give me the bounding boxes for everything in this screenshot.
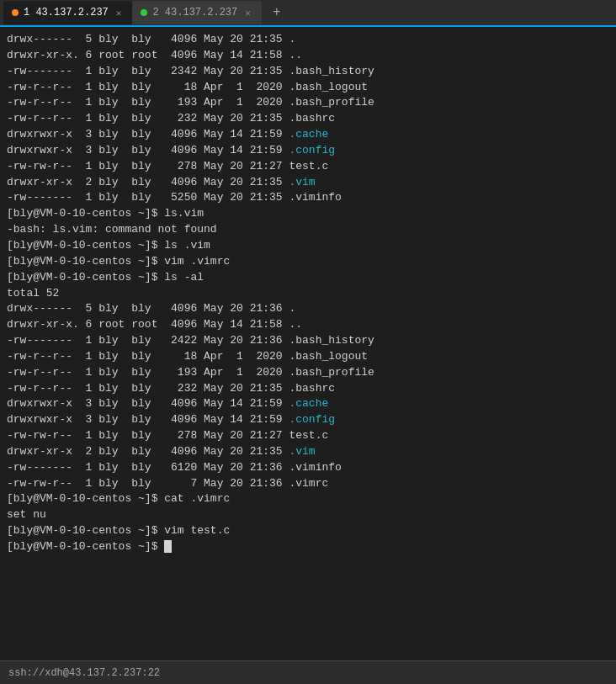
new-tab-button[interactable]: + xyxy=(265,3,289,23)
tab-close-2[interactable]: ✕ xyxy=(242,7,253,19)
tab-bar: 1 43.137.2.237 ✕ 2 43.137.2.237 ✕ + xyxy=(0,0,616,27)
terminal-line: -rw-rw-r-- 1 bly bly 7 May 20 21:36 .vim… xyxy=(7,476,609,492)
terminal-cursor xyxy=(164,540,172,553)
terminal-line: total 52 xyxy=(7,286,609,302)
terminal-line: drwx------ 5 bly bly 4096 May 20 21:36 . xyxy=(7,301,609,317)
terminal-line: -bash: ls.vim: command not found xyxy=(7,222,609,238)
terminal-line: drwxrwxr-x 3 bly bly 4096 May 14 21:59 .… xyxy=(7,412,609,428)
terminal-line: -rw------- 1 bly bly 6120 May 20 21:36 .… xyxy=(7,460,609,476)
terminal-line: -rw------- 1 bly bly 2342 May 20 21:35 .… xyxy=(7,64,609,80)
terminal-line: drwxr-xr-x 2 bly bly 4096 May 20 21:35 .… xyxy=(7,444,609,460)
terminal-line: drwxrwxr-x 3 bly bly 4096 May 14 21:59 .… xyxy=(7,143,609,159)
tab-2[interactable]: 2 43.137.2.237 ✕ xyxy=(132,1,261,24)
tab-1[interactable]: 1 43.137.2.237 ✕ xyxy=(3,1,132,24)
ssh-connection-info: ssh://xdh@43.137.2.237:22 xyxy=(8,667,160,679)
tab-dot-2 xyxy=(141,9,147,16)
terminal-line: drwxr-xr-x 2 bly bly 4096 May 20 21:35 .… xyxy=(7,175,609,191)
terminal-line: -rw-r--r-- 1 bly bly 232 May 20 21:35 .b… xyxy=(7,111,609,127)
terminal-line: drwxr-xr-x. 6 root root 4096 May 14 21:5… xyxy=(7,317,609,333)
tab-label-1: 1 43.137.2.237 xyxy=(24,7,109,19)
terminal-line: set nu xyxy=(7,507,609,523)
terminal-area[interactable]: drwx------ 5 bly bly 4096 May 20 21:35 .… xyxy=(0,27,616,660)
terminal-line: -rw-r--r-- 1 bly bly 232 May 20 21:35 .b… xyxy=(7,381,609,397)
terminal-line: -rw-r--r-- 1 bly bly 193 Apr 1 2020 .bas… xyxy=(7,365,609,381)
terminal-line: [bly@VM-0-10-centos ~]$ vim .vimrc xyxy=(7,254,609,270)
terminal-line: drwxr-xr-x. 6 root root 4096 May 14 21:5… xyxy=(7,48,609,64)
terminal-line: drwxrwxr-x 3 bly bly 4096 May 14 21:59 .… xyxy=(7,127,609,143)
status-bar: ssh://xdh@43.137.2.237:22 xyxy=(0,660,616,684)
terminal-line: [bly@VM-0-10-centos ~]$ xyxy=(7,539,609,555)
terminal-line: [bly@VM-0-10-centos ~]$ vim test.c xyxy=(7,523,609,539)
terminal-line: [bly@VM-0-10-centos ~]$ ls.vim xyxy=(7,206,609,222)
tab-close-1[interactable]: ✕ xyxy=(114,7,125,19)
terminal-line: [bly@VM-0-10-centos ~]$ cat .vimrc xyxy=(7,491,609,507)
terminal-line: -rw-r--r-- 1 bly bly 18 Apr 1 2020 .bash… xyxy=(7,349,609,365)
terminal-line: [bly@VM-0-10-centos ~]$ ls .vim xyxy=(7,238,609,254)
tab-dot-1 xyxy=(12,9,19,16)
terminal-line: -rw-rw-r-- 1 bly bly 278 May 20 21:27 te… xyxy=(7,159,609,175)
terminal-line: drwx------ 5 bly bly 4096 May 20 21:35 . xyxy=(7,32,609,48)
terminal-line: -rw-r--r-- 1 bly bly 18 Apr 1 2020 .bash… xyxy=(7,80,609,96)
terminal-line: drwxrwxr-x 3 bly bly 4096 May 14 21:59 .… xyxy=(7,396,609,412)
terminal-line: -rw------- 1 bly bly 2422 May 20 21:36 .… xyxy=(7,333,609,349)
terminal-line: -rw------- 1 bly bly 5250 May 20 21:35 .… xyxy=(7,190,609,206)
terminal-line: -rw-r--r-- 1 bly bly 193 Apr 1 2020 .bas… xyxy=(7,95,609,111)
tab-label-2: 2 43.137.2.237 xyxy=(152,7,237,19)
terminal-line: [bly@VM-0-10-centos ~]$ ls -al xyxy=(7,270,609,286)
terminal-line: -rw-rw-r-- 1 bly bly 278 May 20 21:27 te… xyxy=(7,428,609,444)
